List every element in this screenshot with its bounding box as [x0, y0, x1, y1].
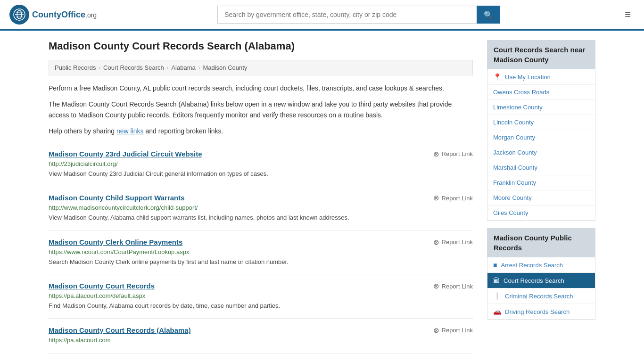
record-item-header: Madison County Child Support Warrants ⊗ …	[49, 194, 473, 202]
content-area: Madison County Court Records Search (Ala…	[49, 40, 473, 354]
sidebar-record-label: Court Records Search	[504, 277, 564, 284]
record-url[interactable]: https://pa.alacourt.com	[49, 337, 473, 344]
record-item: Madison County Court Records (Alabama) ⊗…	[49, 319, 473, 354]
record-title[interactable]: Madison County Court Records (Alabama)	[49, 326, 191, 334]
record-url[interactable]: http://www.madisoncountycircuitclerk.org…	[49, 204, 473, 211]
breadcrumb-sep-3: ›	[198, 65, 200, 71]
sidebar-nearby-link[interactable]: Morgan County	[487, 130, 595, 145]
record-item-header: Madison County Court Records (Alabama) ⊗…	[49, 326, 473, 335]
sidebar-nearby-label: Lincoln County	[493, 119, 534, 126]
sidebar-nearby-item: Limestone County	[487, 100, 595, 115]
report-link[interactable]: ⊗ Report Link	[433, 282, 473, 290]
record-description: Find Madison County, Alabama court recor…	[49, 301, 473, 311]
sidebar-public-record-item: ❕ Criminal Records Search	[487, 288, 595, 304]
sidebar-public-record-link[interactable]: ❕ Criminal Records Search	[487, 288, 595, 304]
record-title[interactable]: Madison County Child Support Warrants	[49, 194, 185, 202]
breadcrumb-alabama[interactable]: Alabama	[171, 64, 195, 71]
sidebar-record-icon: ❕	[493, 292, 501, 300]
logo-icon	[9, 5, 29, 25]
sidebar-nearby-link[interactable]: Moore County	[487, 190, 595, 205]
sidebar-nearby-label: Marshall County	[493, 164, 537, 171]
record-title[interactable]: Madison County 23rd Judicial Circuit Web…	[49, 150, 202, 158]
sidebar-nearby-link[interactable]: Owens Cross Roads	[487, 85, 595, 99]
sidebar-nearby-label: Jackson County	[493, 149, 537, 156]
report-link[interactable]: ⊗ Report Link	[433, 194, 473, 202]
sidebar-nearby-link[interactable]: Limestone County	[487, 100, 595, 115]
sidebar-record-label: Arrest Records Search	[501, 262, 563, 269]
sidebar-nearby-link[interactable]: Franklin County	[487, 175, 595, 190]
sidebar-public-record-item: 🏛 Court Records Search	[487, 273, 595, 288]
report-label: Report Link	[442, 239, 473, 246]
breadcrumb-current: Madison County	[203, 64, 247, 71]
record-title[interactable]: Madison County Court Records	[49, 282, 155, 290]
sidebar-nearby-item: 📍Use My Location	[487, 69, 595, 85]
sidebar-nearby-item: Giles County	[487, 206, 595, 220]
sidebar-section-public-records: Madison County Public Records ■ Arrest R…	[487, 228, 595, 320]
report-icon: ⊗	[433, 150, 439, 158]
sidebar-nearby-link[interactable]: Giles County	[487, 206, 595, 220]
sidebar-nearby-link[interactable]: Lincoln County	[487, 115, 595, 130]
sidebar-nearby-label: Morgan County	[493, 134, 535, 141]
report-label: Report Link	[442, 150, 473, 157]
logo[interactable]: CountyOffice.org	[9, 5, 97, 25]
sidebar-nearby-item: Marshall County	[487, 160, 595, 175]
desc3-pre: Help others by sharing	[49, 127, 116, 135]
sidebar-nearby-item: Owens Cross Roads	[487, 85, 595, 100]
sidebar: Court Records Search near Madison County…	[487, 40, 595, 354]
report-link[interactable]: ⊗ Report Link	[433, 326, 473, 335]
desc3-post: and reporting broken links.	[144, 127, 223, 135]
sidebar-public-record-item: 🚗 Driving Records Search	[487, 304, 595, 319]
sidebar-record-icon: 🚗	[493, 308, 501, 315]
record-item: Madison County Clerk Online Payments ⊗ R…	[49, 230, 473, 275]
report-link[interactable]: ⊗ Report Link	[433, 238, 473, 247]
sidebar-nearby-label: Giles County	[493, 209, 528, 216]
search-bar: 🔍	[217, 6, 500, 24]
sidebar-public-records-list: ■ Arrest Records Search 🏛 Court Records …	[487, 257, 595, 320]
search-button[interactable]: 🔍	[477, 6, 500, 24]
sidebar-nearby-link[interactable]: 📍Use My Location	[487, 69, 595, 84]
record-item: Madison County Court Records ⊗ Report Li…	[49, 274, 473, 319]
breadcrumb-sep-1: ›	[99, 65, 100, 71]
sidebar-nearby-item: Jackson County	[487, 145, 595, 160]
pin-icon: 📍	[493, 73, 501, 81]
new-links-link[interactable]: new links	[116, 127, 144, 135]
breadcrumb-court-records-search[interactable]: Court Records Search	[103, 64, 164, 71]
sidebar-public-records-header: Madison County Public Records	[487, 228, 595, 257]
sidebar-nearby-header: Court Records Search near Madison County	[487, 40, 595, 69]
records-container: Madison County 23rd Judicial Circuit Web…	[49, 142, 473, 354]
main-container: Madison County Court Records Search (Ala…	[39, 31, 605, 362]
record-item-header: Madison County Court Records ⊗ Report Li…	[49, 282, 473, 290]
sidebar-nearby-item: Morgan County	[487, 130, 595, 145]
sidebar-record-label: Criminal Records Search	[505, 293, 573, 300]
sidebar-nearby-link[interactable]: Jackson County	[487, 145, 595, 160]
record-url[interactable]: https://www.ncourt.com/CourtPayment/Look…	[49, 248, 473, 255]
sidebar-record-icon: ■	[493, 261, 497, 269]
sidebar-nearby-label: Franklin County	[493, 179, 536, 186]
sidebar-public-record-item: ■ Arrest Records Search	[487, 257, 595, 273]
report-icon: ⊗	[433, 326, 439, 335]
logo-wordmark: CountyOffice.org	[32, 10, 97, 20]
sidebar-nearby-item: Moore County	[487, 190, 595, 206]
record-url[interactable]: https://pa.alacourt.com/default.aspx	[49, 292, 473, 299]
sidebar-public-record-link[interactable]: ■ Arrest Records Search	[487, 257, 595, 272]
report-label: Report Link	[442, 327, 473, 334]
sidebar-public-record-link[interactable]: 🏛 Court Records Search	[487, 273, 595, 288]
menu-button[interactable]: ≡	[621, 7, 635, 23]
sidebar-nearby-label: Moore County	[493, 194, 532, 201]
report-icon: ⊗	[433, 238, 439, 247]
record-item: Madison County 23rd Judicial Circuit Web…	[49, 142, 473, 187]
description-1: Perform a free Madison County, AL public…	[49, 83, 473, 93]
record-url[interactable]: http://23judicialcircuit.org/	[49, 160, 473, 167]
sidebar-nearby-label: Owens Cross Roads	[493, 89, 549, 96]
sidebar-public-record-link[interactable]: 🚗 Driving Records Search	[487, 304, 595, 319]
sidebar-nearby-label: Use My Location	[505, 74, 551, 81]
search-input[interactable]	[217, 6, 477, 24]
sidebar-nearby-list: 📍Use My LocationOwens Cross RoadsLimesto…	[487, 69, 595, 221]
sidebar-nearby-link[interactable]: Marshall County	[487, 160, 595, 175]
record-title[interactable]: Madison County Clerk Online Payments	[49, 238, 182, 246]
report-link[interactable]: ⊗ Report Link	[433, 150, 473, 158]
breadcrumb-public-records[interactable]: Public Records	[55, 64, 96, 71]
report-icon: ⊗	[433, 282, 439, 290]
record-item: Madison County Child Support Warrants ⊗ …	[49, 186, 473, 230]
search-icon: 🔍	[484, 11, 493, 19]
